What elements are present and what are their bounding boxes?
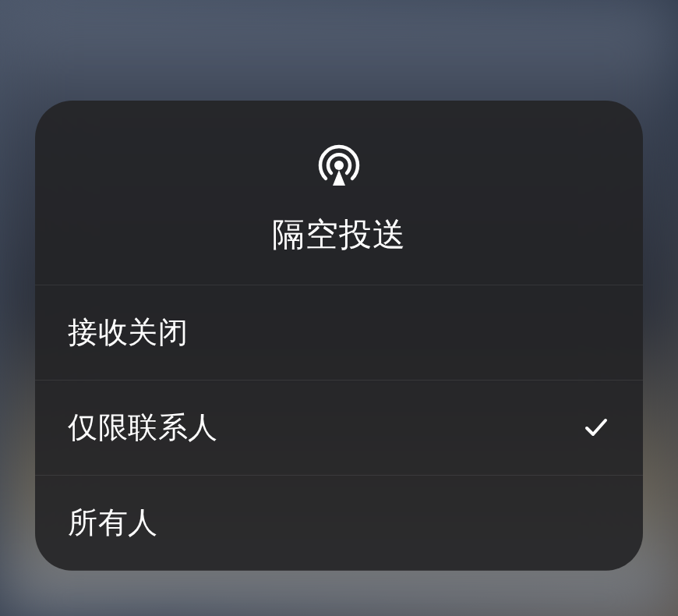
option-everyone[interactable]: 所有人 [35,476,643,571]
svg-point-0 [334,161,344,170]
option-label: 接收关闭 [68,313,188,352]
option-label: 仅限联系人 [68,408,218,448]
option-label: 所有人 [68,503,158,543]
panel-header: 隔空投送 [35,101,643,285]
checkmark-icon [582,413,610,441]
panel-title: 隔空投送 [272,213,406,257]
options-list: 接收关闭 仅限联系人 所有人 [35,285,643,571]
airdrop-icon [312,138,366,193]
option-contacts-only[interactable]: 仅限联系人 [35,381,643,476]
airdrop-panel: 隔空投送 接收关闭 仅限联系人 所有人 [35,101,643,571]
option-receiving-off[interactable]: 接收关闭 [35,285,643,381]
